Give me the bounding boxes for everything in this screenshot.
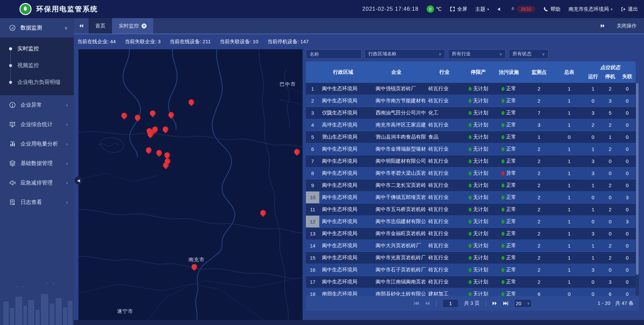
status-dot-green-icon — [501, 232, 504, 236]
total-count-label: 共 47 条 — [615, 300, 634, 307]
help-button[interactable]: 帮助 — [543, 6, 560, 12]
table-row[interactable]: 15阆中生态环境局阆中市光富页岩机砖厂砖瓦行业无计划正常21120 — [306, 252, 636, 264]
double-chevron-right-icon — [600, 24, 605, 28]
status-select[interactable]: 所有状态 ∨ — [509, 49, 548, 59]
cell-limit: 无计划 — [463, 230, 493, 237]
sidebar-item-企业异常[interactable]: 企业异常‹ — [0, 95, 74, 115]
cell-stop: 2 — [601, 207, 619, 212]
page-number-input[interactable]: 1 — [442, 299, 459, 308]
status-dot-green-icon — [501, 196, 504, 200]
cell-limit: 无计划 — [463, 122, 493, 128]
map-panel[interactable]: 巴中市南充市遂宁市 — [78, 49, 303, 320]
sidebar-subitem-视频监控[interactable]: 视频监控 — [0, 57, 74, 74]
table-row[interactable]: 17阆中生态环境局阆中市江南镇阆南页岩砖瓦行业无计划正常21030 — [306, 276, 636, 288]
tab-close-icon[interactable]: ✕ — [142, 23, 147, 29]
tabs-scroll-right-button[interactable] — [600, 24, 605, 28]
cell-stop: 3 — [601, 279, 619, 285]
fullscreen-button[interactable]: 全屏 — [450, 6, 467, 12]
sidebar-item-应急减排管理[interactable]: 应急减排管理‹ — [0, 173, 74, 193]
status-dot-green-icon — [469, 220, 472, 224]
prev-page-button[interactable] — [425, 301, 430, 306]
table-row[interactable]: 13阆中生态环境局阆中市金福旺页岩机砖砖瓦行业无计划正常21300 — [306, 228, 636, 240]
org-dropdown[interactable]: 南充市生态环境局 ▾ — [569, 6, 612, 12]
table-row[interactable]: 3仪陇生态环境局西南油气田分公司川中化工无计划正常71350 — [306, 107, 636, 119]
cell-facility: 正常 — [493, 110, 524, 116]
cell-industry: 砖瓦行业 — [426, 122, 463, 128]
cell-meters: 0 — [554, 134, 585, 140]
table-body: 1阆中生态环境局阆中强锐页岩砖厂砖瓦行业无计划正常211202阆中生态环境局阆中… — [306, 83, 636, 296]
next-page-button[interactable] — [492, 301, 497, 306]
cell-points: 2 — [524, 170, 554, 176]
logout-button[interactable]: 退出 — [621, 6, 638, 12]
table-row[interactable]: 9阆中生态环境局阆中市二龙长宝页岩砖砖瓦行业无计划正常21120 — [306, 179, 636, 192]
sidebar-item-企业综合统计[interactable]: 企业综合统计‹ — [0, 115, 74, 134]
cell-stop: 2 — [601, 146, 619, 152]
page-size-select[interactable]: 20 ∨ — [514, 299, 532, 308]
sidebar-subitem-实时监控[interactable]: 实时监控 — [0, 40, 74, 57]
tabs-scroll-left-button[interactable] — [74, 18, 89, 34]
map-collapse-button[interactable]: ◀ — [74, 176, 83, 184]
cell-stop: 6 — [601, 291, 619, 296]
col-point-status-sub: 运行 停机 失联 — [585, 73, 636, 80]
name-search-input[interactable] — [306, 49, 362, 59]
cell-facility: 正常 — [493, 206, 524, 213]
cell-stop: 1 — [601, 134, 619, 140]
status-dot-green-icon — [501, 159, 504, 163]
first-page-button[interactable] — [413, 301, 419, 306]
cell-points: 2 — [524, 158, 554, 164]
tab-home[interactable]: 首页 — [89, 18, 112, 34]
cell-limit: 无计划 — [463, 267, 493, 273]
close-operations-dropdown[interactable]: 关闭操作 — [616, 23, 637, 29]
cell-run: 0 — [585, 219, 601, 224]
table-row[interactable]: 1阆中生态环境局阆中强锐页岩砖厂砖瓦行业无计划正常21120 — [306, 83, 636, 95]
sidebar-item-企业用电量分析[interactable]: 企业用电量分析‹ — [0, 134, 74, 154]
table-row[interactable]: 7阆中生态环境局阆中明阳建材有限公司砖瓦行业无计划正常21300 — [306, 155, 636, 167]
table-row[interactable]: 12阆中生态环境局阆中市忠信建材有限公砖瓦行业无计划正常21003 — [306, 216, 636, 228]
table-row[interactable]: 4高坪生态环境局南充市高坪区王家店建砖瓦行业无计划正常31220 — [306, 119, 636, 131]
cell-limit: 无计划 — [463, 194, 493, 201]
region-select[interactable]: 行政区域名称 ∨ — [365, 49, 445, 59]
cell-limit-text: 无计划 — [473, 158, 488, 164]
table-row[interactable]: 11阆中生态环境局阆中市五马桥页岩机砖砖瓦行业无计划正常21120 — [306, 204, 636, 216]
sidebar-item-基础数据管理[interactable]: 基础数据管理‹ — [0, 154, 74, 173]
industry-select[interactable]: 所有行业 ∨ — [448, 49, 506, 59]
chart-icon — [9, 141, 16, 147]
cell-stop: 2 — [601, 255, 619, 261]
cell-limit: 无计划 — [463, 218, 493, 225]
sidebar-item-数据监测[interactable]: 数据监测∨ — [0, 18, 74, 38]
table-row[interactable]: 18南部生态环境局南部县砂化土砖有限公建材加工无计划正常60060 — [306, 288, 636, 296]
datetime-display: 2021-02-25 17:46:18 — [362, 6, 419, 12]
table-row[interactable]: 5营山生态环境局营山县润丰肉食品有限食品无计划正常10010 — [306, 131, 636, 143]
cell-region: 阆中生态环境局 — [319, 242, 367, 249]
table-scrollbar[interactable] — [636, 83, 639, 296]
sidebar-item-日志查看[interactable]: 日志查看‹ — [0, 193, 74, 212]
tab-realtime-monitor[interactable]: 实时监控 ✕ — [112, 18, 153, 34]
table-row[interactable]: 10阆中生态环境局阆中千佛镇五郎垭页岩砖瓦行业无计划正常21003 — [306, 192, 636, 204]
cell-company: 阆中市二龙长宝页岩砖 — [367, 182, 426, 188]
table-row[interactable]: 8阆中生态环境局阆中市枣碧大梁山页岩砖瓦行业无计划异常21300 — [306, 167, 636, 179]
cell-industry: 砖瓦行业 — [426, 255, 463, 261]
row-index: 18 — [306, 288, 319, 296]
row-index: 11 — [306, 204, 319, 215]
status-dot-green-icon — [469, 99, 472, 103]
cell-limit: 无计划 — [463, 98, 493, 104]
sidebar-subitem-企业电力负荷明细[interactable]: 企业电力负荷明细 — [0, 74, 74, 91]
table-row[interactable]: 6阆中生态环境局阆中市金博瑞新型墙材砖瓦行业无计划正常21120 — [306, 143, 636, 155]
notifications[interactable]: 2632 — [510, 6, 535, 12]
table-row[interactable]: 16阆中生态环境局阆中市石子页岩机砖厂砖瓦行业无计划正常21300 — [306, 264, 636, 276]
theme-dropdown[interactable]: 主题 ▾ — [475, 6, 489, 12]
scrollbar-thumb[interactable] — [636, 83, 639, 275]
gauge-icon — [9, 24, 16, 31]
cell-facility: 正常 — [493, 267, 524, 273]
mute-button[interactable] — [497, 7, 502, 12]
last-page-button[interactable] — [503, 301, 509, 306]
cell-limit-text: 无计划 — [473, 255, 488, 261]
first-page-icon — [413, 301, 419, 306]
cell-company: 南部县砂化土砖有限公 — [367, 291, 426, 296]
table-row[interactable]: 14阆中生态环境局阆中大兴页岩机砖厂砖瓦行业无计划正常21120 — [306, 240, 636, 252]
table-row[interactable]: 2阆中生态环境局阆中市南方节能建材有砖瓦行业无计划正常21030 — [306, 95, 636, 107]
cell-industry: 化工 — [426, 110, 463, 116]
cell-industry: 砖瓦行业 — [426, 194, 463, 201]
board-icon — [9, 121, 16, 128]
cell-region: 阆中生态环境局 — [319, 86, 367, 92]
